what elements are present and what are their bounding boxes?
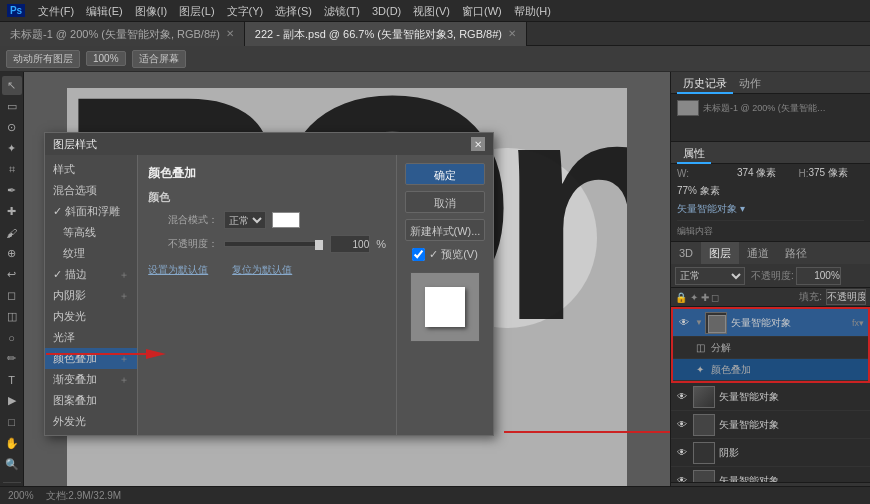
ok-button[interactable]: 确定 xyxy=(405,163,485,185)
style-plus-gradient-overlay[interactable]: ＋ xyxy=(119,373,129,387)
new-style-button[interactable]: 新建样式(W)... xyxy=(405,219,485,241)
layer-eye-3[interactable]: 👁 xyxy=(675,418,689,432)
menu-filter[interactable]: 滤镜(T) xyxy=(318,0,366,22)
tab-channels[interactable]: 通道 xyxy=(739,242,777,264)
blend-mode-dropdown[interactable]: 正常 xyxy=(675,267,745,285)
layer-item-3[interactable]: 👁 矢量智能对象 xyxy=(671,411,870,439)
tool-move[interactable]: ↖ xyxy=(2,76,22,95)
style-item-bevel[interactable]: ✓ 斜面和浮雕 xyxy=(45,201,137,222)
tool-gradient[interactable]: ◫ xyxy=(2,307,22,326)
tool-brush[interactable]: 🖌 xyxy=(2,223,22,242)
menu-select[interactable]: 选择(S) xyxy=(269,0,318,22)
opacity-slider-thumb[interactable] xyxy=(315,240,323,250)
layer-eye-5[interactable]: 👁 xyxy=(675,474,689,483)
set-default-link[interactable]: 设置为默认值 xyxy=(148,263,208,277)
layers-toolbar: 正常 不透明度: xyxy=(671,264,870,288)
tool-path-select[interactable]: ▶ xyxy=(2,391,22,410)
tool-shape[interactable]: □ xyxy=(2,413,22,432)
menu-window[interactable]: 窗口(W) xyxy=(456,0,508,22)
layer-sub-fenjie[interactable]: ◫ 分解 xyxy=(673,337,868,359)
left-toolbar: ↖ ▭ ⊙ ✦ ⌗ ✒ ✚ 🖌 ⊕ ↩ ◻ ◫ ○ ✏ T ▶ □ ✋ 🔍 xyxy=(0,72,24,504)
tool-history-brush[interactable]: ↩ xyxy=(2,265,22,284)
menu-3d[interactable]: 3D(D) xyxy=(366,0,407,22)
tab-copy[interactable]: 222 - 副本.psd @ 66.7% (矢量智能对象3, RGB/8#) ✕ xyxy=(245,22,527,46)
layer-item-5[interactable]: 👁 矢量智能对象 xyxy=(671,467,870,482)
tab-properties[interactable]: 属性 xyxy=(677,142,711,164)
tab-history[interactable]: 历史记录 xyxy=(677,72,733,94)
layer-sub-color-overlay[interactable]: ✦ 颜色叠加 xyxy=(673,359,868,381)
preview-checkbox[interactable] xyxy=(412,248,425,261)
blend-mode-select[interactable]: 正常 xyxy=(224,211,266,229)
style-item-shadow[interactable]: 阴影 ＋ xyxy=(45,432,137,435)
canvas-area[interactable]: ROn 图层样式 ✕ 样式 混合选项 ✓ 斜面和 xyxy=(24,72,670,504)
options-all-layers[interactable]: 动动所有图层 xyxy=(6,50,80,68)
style-plus-color-overlay[interactable]: ＋ xyxy=(119,352,129,366)
layer-eye-2[interactable]: 👁 xyxy=(675,390,689,404)
style-item-blend[interactable]: 混合选项 xyxy=(45,180,137,201)
tab-paths[interactable]: 路径 xyxy=(777,242,815,264)
dialog-title-bar[interactable]: 图层样式 ✕ xyxy=(45,133,493,155)
tab-untitled[interactable]: 未标题-1 @ 200% (矢量智能对象, RGB/8#) ✕ xyxy=(0,22,245,46)
tool-lasso[interactable]: ⊙ xyxy=(2,118,22,137)
menu-edit[interactable]: 编辑(E) xyxy=(80,0,129,22)
layer-eye-4[interactable]: 👁 xyxy=(675,446,689,460)
style-item-contour-label: 等高线 xyxy=(63,225,96,240)
opacity-slider-track[interactable] xyxy=(224,241,324,247)
layer-eye-1[interactable]: 👁 xyxy=(677,316,691,330)
color-swatch[interactable] xyxy=(272,212,300,228)
opacity-toolbar-input[interactable] xyxy=(796,267,841,285)
style-plus-inner-shadow[interactable]: ＋ xyxy=(119,289,129,303)
history-panel: 历史记录 动作 未标题-1 @ 200% (矢量智能对象, RGB/8#) xyxy=(671,72,870,142)
style-item-stroke[interactable]: ✓ 描边 ＋ xyxy=(45,264,137,285)
style-item-color-overlay[interactable]: 颜色叠加 ＋ xyxy=(45,348,137,369)
tool-dodge[interactable]: ○ xyxy=(2,328,22,347)
style-item-outer-glow[interactable]: 外发光 xyxy=(45,411,137,432)
tab-layers[interactable]: 图层 xyxy=(701,242,739,264)
menu-image[interactable]: 图像(I) xyxy=(129,0,173,22)
style-item-styles[interactable]: 样式 xyxy=(45,159,137,180)
tab-copy-close[interactable]: ✕ xyxy=(508,22,516,46)
tool-hand[interactable]: ✋ xyxy=(2,434,22,453)
options-fit-screen[interactable]: 适合屏幕 xyxy=(132,50,186,68)
prop-smart-obj[interactable]: 矢量智能对象 ▾ xyxy=(677,202,864,216)
reset-default-link[interactable]: 复位为默认值 xyxy=(232,263,292,277)
style-item-texture[interactable]: 纹理 xyxy=(45,243,137,264)
layer-item-1[interactable]: 👁 ▼ 矢量智能对象 fx▾ xyxy=(673,309,868,337)
history-label: 未标题-1 @ 200% (矢量智能对象, RGB/8#) xyxy=(703,102,833,115)
tool-eyedropper[interactable]: ✒ xyxy=(2,181,22,200)
layer-item-2[interactable]: 👁 矢量智能对象 xyxy=(671,383,870,411)
menu-layer[interactable]: 图层(L) xyxy=(173,0,220,22)
layer-item-4[interactable]: 👁 阴影 xyxy=(671,439,870,467)
expand-arrow-1[interactable]: ▼ xyxy=(695,318,703,327)
tab-3d[interactable]: 3D xyxy=(671,242,701,264)
fill-input[interactable] xyxy=(826,289,866,305)
opacity-input[interactable] xyxy=(330,235,370,253)
tool-magic-wand[interactable]: ✦ xyxy=(2,139,22,158)
dialog-close-button[interactable]: ✕ xyxy=(471,137,485,151)
tool-stamp[interactable]: ⊕ xyxy=(2,244,22,263)
tool-eraser[interactable]: ◻ xyxy=(2,286,22,305)
style-item-pattern-overlay[interactable]: 图案叠加 xyxy=(45,390,137,411)
tool-crop[interactable]: ⌗ xyxy=(2,160,22,179)
style-item-satin[interactable]: 光泽 xyxy=(45,327,137,348)
style-item-inner-shadow[interactable]: 内阴影 ＋ xyxy=(45,285,137,306)
tool-zoom[interactable]: 🔍 xyxy=(2,455,22,474)
style-plus-stroke[interactable]: ＋ xyxy=(119,268,129,282)
style-item-inner-glow[interactable]: 内发光 xyxy=(45,306,137,327)
cancel-button[interactable]: 取消 xyxy=(405,191,485,213)
tool-type[interactable]: T xyxy=(2,370,22,389)
menu-help[interactable]: 帮助(H) xyxy=(508,0,557,22)
tab-untitled-close[interactable]: ✕ xyxy=(226,22,234,46)
menu-view[interactable]: 视图(V) xyxy=(407,0,456,22)
tool-healing[interactable]: ✚ xyxy=(2,202,22,221)
preview-checkbox-row[interactable]: ✓ 预览(V) xyxy=(412,247,478,262)
menu-type[interactable]: 文字(Y) xyxy=(221,0,270,22)
menu-file[interactable]: 文件(F) xyxy=(32,0,80,22)
style-item-gradient-overlay[interactable]: 渐变叠加 ＋ xyxy=(45,369,137,390)
tool-pen[interactable]: ✏ xyxy=(2,349,22,368)
options-100[interactable]: 100% xyxy=(86,51,126,66)
tool-marquee[interactable]: ▭ xyxy=(2,97,22,116)
style-item-contour[interactable]: 等高线 xyxy=(45,222,137,243)
tab-actions[interactable]: 动作 xyxy=(733,72,767,94)
style-item-bevel-label: ✓ 斜面和浮雕 xyxy=(53,204,120,219)
